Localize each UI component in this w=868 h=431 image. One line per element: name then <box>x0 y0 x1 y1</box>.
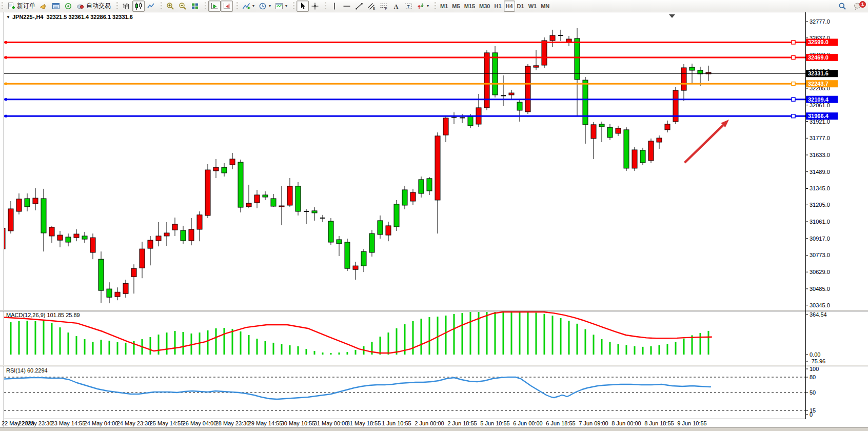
crosshair-icon <box>311 2 319 10</box>
bullish-candle <box>66 237 71 242</box>
chartshift-icon <box>223 2 231 10</box>
alerts-button[interactable] <box>37 1 50 12</box>
bullish-candle <box>41 199 46 233</box>
time-tick-label: 2 Jun 18:55 <box>447 420 477 426</box>
chevron-down-icon[interactable]: ▾ <box>269 4 271 8</box>
toolbar-grip[interactable] <box>2 2 3 10</box>
auto-scroll-button[interactable] <box>208 1 221 12</box>
window-bottom-edge <box>0 427 868 431</box>
new-order-button[interactable]: 新订单 <box>5 1 37 12</box>
tf-m30-label: M30 <box>479 3 490 9</box>
cursor-button[interactable] <box>297 1 309 12</box>
candles-icon <box>134 2 143 10</box>
zoom-out-button[interactable] <box>176 1 189 12</box>
tf-m5-button[interactable]: M5 <box>450 1 462 12</box>
bearish-candle <box>205 170 210 215</box>
line-right-handle[interactable] <box>792 56 795 60</box>
horizontal-line-button[interactable] <box>341 1 353 12</box>
templates-button[interactable]: ▾ <box>273 1 289 12</box>
tf-d1-label: D1 <box>517 3 524 9</box>
line-right-handle[interactable] <box>792 114 795 118</box>
doc-plus-icon <box>7 2 15 10</box>
toolbar-group <box>115 0 159 12</box>
arrows-button[interactable]: ▾ <box>415 1 431 12</box>
market-watch-button[interactable] <box>50 1 62 12</box>
hline-icon <box>343 2 351 10</box>
chevron-down-icon[interactable]: ▾ <box>252 4 254 8</box>
price-tick-label: 30773.0 <box>810 252 830 258</box>
trendline-button[interactable] <box>353 1 365 12</box>
macd-histogram-bar <box>158 335 160 355</box>
line-left-handle[interactable] <box>5 98 7 101</box>
periods-button[interactable]: ▾ <box>257 1 273 12</box>
macd-histogram-bar <box>191 334 192 355</box>
toolbar-grip[interactable] <box>236 2 238 10</box>
price-line-badge-label: 32469.0 <box>808 54 828 61</box>
macd-histogram-bar <box>577 324 578 355</box>
zoom-in-button[interactable] <box>164 1 176 12</box>
bullish-candle <box>492 53 498 95</box>
tf-w1-button[interactable]: W1 <box>526 1 539 12</box>
bar-chart-button[interactable] <box>120 1 132 12</box>
macd-histogram-bar <box>667 344 668 355</box>
crosshair-button[interactable] <box>309 1 321 12</box>
one-click-trading-arrow[interactable]: ▼ <box>6 15 10 19</box>
search-button[interactable] <box>836 1 849 12</box>
vertical-line-button[interactable] <box>328 1 341 12</box>
toolbar-grip[interactable] <box>116 2 118 10</box>
tf-d1-button[interactable]: D1 <box>515 1 526 12</box>
signal-icon <box>64 2 72 10</box>
macd-histogram-bar <box>470 312 471 355</box>
auto-trading-button[interactable]: 自动交易 <box>74 1 113 12</box>
bullish-candle <box>640 150 645 163</box>
bearish-candle <box>140 249 145 268</box>
equidistant-channel-button[interactable]: E <box>365 1 378 12</box>
toolbar-grip[interactable] <box>435 2 436 10</box>
bearish-candle <box>164 233 169 236</box>
chevron-down-icon[interactable]: ▾ <box>427 4 429 8</box>
macd-histogram-bar <box>240 331 242 355</box>
line-left-handle[interactable] <box>5 41 7 44</box>
tf-h1-button[interactable]: H1 <box>492 1 503 12</box>
time-tick-label: 2 Jun 00:00 <box>415 420 444 426</box>
line-right-handle[interactable] <box>792 97 795 101</box>
bearish-candle <box>443 118 448 135</box>
text-button[interactable]: A <box>390 1 402 12</box>
tf-mn-button[interactable]: MN <box>539 1 551 12</box>
toolbar-grip[interactable] <box>325 2 326 10</box>
chart-shift-button[interactable] <box>221 1 233 12</box>
fibonacci-button[interactable]: F <box>378 1 390 12</box>
toolbar-group <box>291 0 323 12</box>
line-right-handle[interactable] <box>792 41 795 44</box>
line-right-handle[interactable] <box>792 82 795 86</box>
chevron-down-icon[interactable]: ▾ <box>285 4 287 8</box>
tf-m15-button[interactable]: M15 <box>462 1 477 12</box>
macd-indicator-label: MACD(12,26,9) 101.85 25.89 <box>6 312 80 318</box>
notifications-button[interactable]: 1 <box>852 1 864 12</box>
bearish-candle <box>287 186 292 205</box>
line-left-handle[interactable] <box>5 115 7 117</box>
toolbar-grip[interactable] <box>161 2 162 10</box>
indicators-button[interactable]: ▾ <box>240 1 257 12</box>
macd-histogram-bar <box>60 327 61 355</box>
candlestick-chart-button[interactable] <box>132 1 145 12</box>
signals-button[interactable] <box>62 1 74 12</box>
macd-histogram-bar <box>289 345 291 355</box>
line-chart-button[interactable] <box>145 1 157 12</box>
rsi-scale-label: 100 <box>810 366 819 372</box>
tile-windows-button[interactable] <box>189 1 201 12</box>
line-left-handle[interactable] <box>5 56 7 59</box>
tf-m30-button[interactable]: M30 <box>477 1 492 12</box>
text-label-button[interactable]: T <box>402 1 415 12</box>
macd-histogram-bar <box>396 328 398 355</box>
macd-histogram-bar <box>544 314 545 355</box>
line-left-handle[interactable] <box>5 83 7 85</box>
macd-histogram-bar <box>626 345 627 355</box>
toolbar-grip[interactable] <box>205 2 206 10</box>
tf-m1-button[interactable]: M1 <box>438 1 450 12</box>
tf-h4-button[interactable]: H4 <box>504 1 515 12</box>
rsi-scale-label: 80 <box>810 374 816 380</box>
macd-histogram-bar <box>314 351 315 355</box>
macd-histogram-bar <box>224 328 225 355</box>
toolbar-grip[interactable] <box>293 2 294 10</box>
